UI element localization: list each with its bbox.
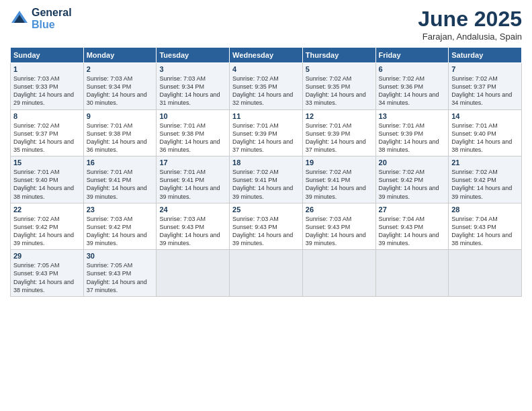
day-info: Sunrise: 7:02 AMSunset: 9:42 PMDaylight:… [451,168,519,201]
day-info: Sunrise: 7:03 AMSunset: 9:43 PMDaylight:… [232,215,300,248]
calendar-cell: 29Sunrise: 7:05 AMSunset: 9:43 PMDayligh… [11,250,84,297]
cell-content: 26Sunrise: 7:03 AMSunset: 9:43 PMDayligh… [306,205,373,248]
calendar-week-row: 8Sunrise: 7:02 AMSunset: 9:37 PMDaylight… [11,109,522,156]
calendar-cell: 5Sunrise: 7:02 AMSunset: 9:35 PMDaylight… [302,63,375,110]
calendar-week-row: 29Sunrise: 7:05 AMSunset: 9:43 PMDayligh… [11,250,522,297]
month-title: June 2025 [418,7,522,32]
cell-content: 22Sunrise: 7:02 AMSunset: 9:42 PMDayligh… [13,205,81,248]
day-number: 22 [13,205,81,214]
col-thursday: Thursday [302,48,375,63]
cell-content: 20Sunrise: 7:02 AMSunset: 9:42 PMDayligh… [379,158,446,201]
cell-content: 12Sunrise: 7:01 AMSunset: 9:39 PMDayligh… [306,112,373,154]
day-number: 25 [232,205,300,214]
day-number: 30 [87,252,154,260]
cell-content: 13Sunrise: 7:01 AMSunset: 9:39 PMDayligh… [379,112,446,154]
day-number: 28 [451,205,519,214]
day-number: 1 [13,65,81,73]
day-number: 14 [451,112,519,120]
day-number: 13 [379,112,446,120]
calendar-cell: 12Sunrise: 7:01 AMSunset: 9:39 PMDayligh… [302,109,375,156]
calendar-week-row: 1Sunrise: 7:03 AMSunset: 9:33 PMDaylight… [11,63,522,110]
day-number: 27 [379,205,446,214]
cell-content: 15Sunrise: 7:01 AMSunset: 9:40 PMDayligh… [13,158,81,201]
day-number: 8 [13,112,81,120]
day-number: 3 [159,65,226,73]
calendar-cell [230,250,303,297]
day-info: Sunrise: 7:03 AMSunset: 9:34 PMDaylight:… [87,75,154,107]
cell-content: 30Sunrise: 7:05 AMSunset: 9:43 PMDayligh… [87,252,154,294]
day-info: Sunrise: 7:02 AMSunset: 9:35 PMDaylight:… [306,75,373,107]
day-number: 11 [232,112,300,120]
day-number: 26 [306,205,373,214]
calendar-cell: 25Sunrise: 7:03 AMSunset: 9:43 PMDayligh… [230,203,303,250]
day-number: 23 [87,205,154,214]
calendar-cell: 2Sunrise: 7:03 AMSunset: 9:34 PMDaylight… [83,63,157,110]
day-number: 17 [159,158,226,167]
calendar-cell: 18Sunrise: 7:02 AMSunset: 9:41 PMDayligh… [230,156,303,203]
day-info: Sunrise: 7:03 AMSunset: 9:42 PMDaylight:… [87,215,154,248]
cell-content: 9Sunrise: 7:01 AMSunset: 9:38 PMDaylight… [87,112,154,154]
day-number: 19 [306,158,373,167]
calendar-cell: 6Sunrise: 7:02 AMSunset: 9:36 PMDaylight… [375,63,449,110]
day-number: 6 [379,65,446,73]
day-info: Sunrise: 7:04 AMSunset: 9:43 PMDaylight:… [379,215,446,248]
calendar-cell: 28Sunrise: 7:04 AMSunset: 9:43 PMDayligh… [449,203,522,250]
calendar-cell: 22Sunrise: 7:02 AMSunset: 9:42 PMDayligh… [11,203,84,250]
cell-content: 17Sunrise: 7:01 AMSunset: 9:41 PMDayligh… [159,158,226,201]
location-subtitle: Farajan, Andalusia, Spain [418,32,522,42]
day-info: Sunrise: 7:03 AMSunset: 9:33 PMDaylight:… [13,75,81,107]
day-info: Sunrise: 7:03 AMSunset: 9:43 PMDaylight:… [159,215,226,248]
day-info: Sunrise: 7:05 AMSunset: 9:43 PMDaylight:… [87,261,154,294]
calendar-cell: 1Sunrise: 7:03 AMSunset: 9:33 PMDaylight… [11,63,84,110]
calendar-cell: 10Sunrise: 7:01 AMSunset: 9:38 PMDayligh… [157,109,230,156]
day-number: 29 [13,252,81,260]
calendar-cell: 23Sunrise: 7:03 AMSunset: 9:42 PMDayligh… [83,203,157,250]
cell-content: 1Sunrise: 7:03 AMSunset: 9:33 PMDaylight… [13,65,81,107]
day-number: 16 [87,158,154,167]
cell-content: 29Sunrise: 7:05 AMSunset: 9:43 PMDayligh… [13,252,81,294]
day-info: Sunrise: 7:01 AMSunset: 9:41 PMDaylight:… [87,168,154,201]
cell-content: 19Sunrise: 7:02 AMSunset: 9:41 PMDayligh… [306,158,373,201]
cell-content: 18Sunrise: 7:02 AMSunset: 9:41 PMDayligh… [232,158,300,201]
col-tuesday: Tuesday [157,48,230,63]
day-info: Sunrise: 7:02 AMSunset: 9:41 PMDaylight:… [306,168,373,201]
calendar-cell: 11Sunrise: 7:01 AMSunset: 9:39 PMDayligh… [230,109,303,156]
day-info: Sunrise: 7:01 AMSunset: 9:39 PMDaylight:… [232,122,300,154]
day-number: 7 [451,65,519,73]
header: General Blue June 2025 Farajan, Andalusi… [10,7,522,42]
day-info: Sunrise: 7:03 AMSunset: 9:43 PMDaylight:… [306,215,373,248]
day-number: 4 [232,65,300,73]
day-info: Sunrise: 7:01 AMSunset: 9:40 PMDaylight:… [13,168,81,201]
day-info: Sunrise: 7:02 AMSunset: 9:42 PMDaylight:… [13,215,81,248]
day-info: Sunrise: 7:01 AMSunset: 9:38 PMDaylight:… [87,122,154,154]
cell-content: 21Sunrise: 7:02 AMSunset: 9:42 PMDayligh… [451,158,519,201]
day-info: Sunrise: 7:04 AMSunset: 9:43 PMDaylight:… [451,215,519,248]
calendar-cell: 24Sunrise: 7:03 AMSunset: 9:43 PMDayligh… [157,203,230,250]
day-number: 9 [87,112,154,120]
calendar-cell: 20Sunrise: 7:02 AMSunset: 9:42 PMDayligh… [375,156,449,203]
calendar-cell: 21Sunrise: 7:02 AMSunset: 9:42 PMDayligh… [449,156,522,203]
day-info: Sunrise: 7:02 AMSunset: 9:37 PMDaylight:… [451,75,519,107]
cell-content: 23Sunrise: 7:03 AMSunset: 9:42 PMDayligh… [87,205,154,248]
calendar-cell: 26Sunrise: 7:03 AMSunset: 9:43 PMDayligh… [302,203,375,250]
day-info: Sunrise: 7:02 AMSunset: 9:35 PMDaylight:… [232,75,300,107]
cell-content: 7Sunrise: 7:02 AMSunset: 9:37 PMDaylight… [451,65,519,107]
cell-content: 2Sunrise: 7:03 AMSunset: 9:34 PMDaylight… [87,65,154,107]
day-info: Sunrise: 7:01 AMSunset: 9:40 PMDaylight:… [451,122,519,154]
cell-content: 10Sunrise: 7:01 AMSunset: 9:38 PMDayligh… [159,112,226,154]
cell-content: 4Sunrise: 7:02 AMSunset: 9:35 PMDaylight… [232,65,300,107]
calendar-cell [375,250,449,297]
calendar-page: General Blue June 2025 Farajan, Andalusi… [0,0,532,411]
day-info: Sunrise: 7:01 AMSunset: 9:38 PMDaylight:… [159,122,226,154]
cell-content: 5Sunrise: 7:02 AMSunset: 9:35 PMDaylight… [306,65,373,107]
cell-content: 3Sunrise: 7:03 AMSunset: 9:34 PMDaylight… [159,65,226,107]
cell-content: 24Sunrise: 7:03 AMSunset: 9:43 PMDayligh… [159,205,226,248]
day-number: 2 [87,65,154,73]
day-number: 12 [306,112,373,120]
calendar-week-row: 15Sunrise: 7:01 AMSunset: 9:40 PMDayligh… [11,156,522,203]
calendar-cell [157,250,230,297]
day-info: Sunrise: 7:02 AMSunset: 9:36 PMDaylight:… [379,75,446,107]
cell-content: 28Sunrise: 7:04 AMSunset: 9:43 PMDayligh… [451,205,519,248]
col-saturday: Saturday [449,48,522,63]
col-friday: Friday [375,48,449,63]
